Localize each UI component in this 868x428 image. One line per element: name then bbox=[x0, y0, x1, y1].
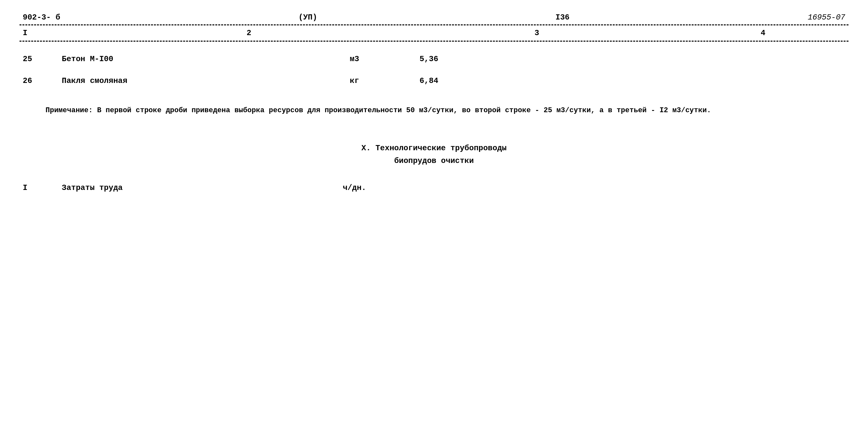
data-section: 25 Бетон М-I00 м3 5,36 26 Пакля смоляная… bbox=[20, 55, 848, 85]
header: 902-3- б (УП) I36 16955-07 bbox=[20, 13, 848, 22]
bottom-row-name: Затраты труда bbox=[62, 183, 289, 192]
section-title-line1: X. Технологические трубопроводы bbox=[182, 142, 686, 154]
row-26-num: 26 bbox=[23, 77, 62, 85]
doc-code: 16955-07 bbox=[808, 13, 845, 22]
bottom-row-num: I bbox=[23, 183, 62, 192]
top-dashed-line bbox=[20, 24, 848, 25]
row-25-unit: м3 bbox=[289, 55, 420, 63]
row-25-num: 25 bbox=[23, 55, 62, 63]
row-26-value: 6,84 bbox=[420, 77, 517, 85]
section-title: X. Технологические трубопроводы биопрудо… bbox=[20, 142, 848, 167]
row-25-value: 5,36 bbox=[420, 55, 517, 63]
row-26-unit: кг bbox=[289, 77, 420, 85]
col-header-2: 2 bbox=[105, 29, 393, 37]
table-row: 26 Пакля смоляная кг 6,84 bbox=[23, 77, 845, 85]
doc-type: (УП) bbox=[299, 13, 317, 22]
col-header-3: 3 bbox=[434, 29, 639, 37]
note-label: Примечание: bbox=[45, 106, 93, 115]
bottom-dashed-line bbox=[20, 41, 848, 42]
column-headers: I 2 3 4 bbox=[20, 27, 848, 39]
note-section: Примечание: В первой строке дроби привед… bbox=[20, 105, 848, 116]
row-25-name: Бетон М-I00 bbox=[62, 55, 289, 63]
doc-number: 902-3- б bbox=[23, 13, 60, 22]
row-26-name: Пакля смоляная bbox=[62, 77, 289, 85]
note-text: В первой строке дроби приведена выборка … bbox=[97, 106, 711, 115]
col-header-4: 4 bbox=[681, 29, 845, 37]
col-header-1: I bbox=[23, 29, 64, 37]
table-row: 25 Бетон М-I00 м3 5,36 bbox=[23, 55, 845, 63]
bottom-row: I Затраты труда ч/дн. bbox=[20, 183, 848, 192]
bottom-row-unit: ч/дн. bbox=[289, 183, 420, 192]
page-number: I36 bbox=[555, 13, 569, 22]
section-title-line2: биопрудов очистки bbox=[182, 155, 686, 167]
